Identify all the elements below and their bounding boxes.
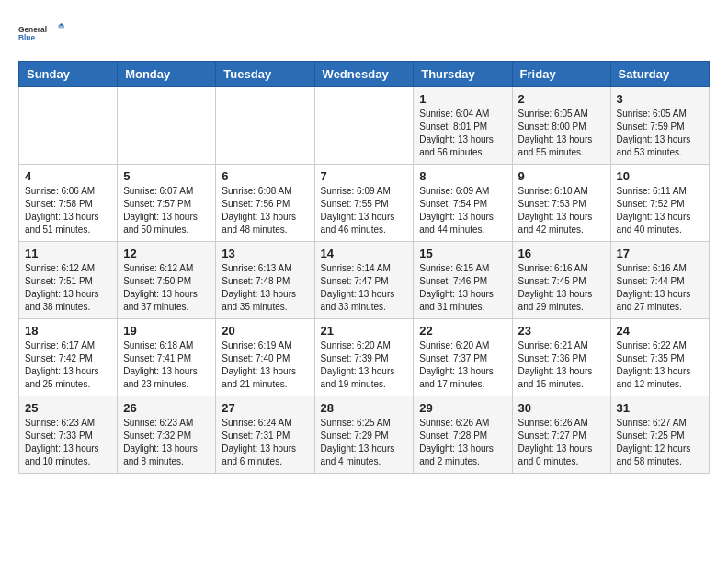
day-number: 9 <box>518 169 605 183</box>
calendar-cell: 28Sunrise: 6:25 AM Sunset: 7:29 PM Dayli… <box>314 396 414 474</box>
calendar-week-row: 25Sunrise: 6:23 AM Sunset: 7:33 PM Dayli… <box>19 396 710 474</box>
day-info: Sunrise: 6:10 AM Sunset: 7:53 PM Dayligh… <box>518 185 605 236</box>
calendar-cell: 27Sunrise: 6:24 AM Sunset: 7:31 PM Dayli… <box>216 396 314 474</box>
col-header-tuesday: Tuesday <box>216 62 314 87</box>
calendar-cell: 6Sunrise: 6:08 AM Sunset: 7:56 PM Daylig… <box>216 165 314 242</box>
day-info: Sunrise: 6:26 AM Sunset: 7:27 PM Dayligh… <box>518 417 605 468</box>
calendar-cell: 14Sunrise: 6:14 AM Sunset: 7:47 PM Dayli… <box>314 242 414 319</box>
col-header-sunday: Sunday <box>19 62 118 87</box>
day-info: Sunrise: 6:09 AM Sunset: 7:55 PM Dayligh… <box>321 185 408 236</box>
day-number: 6 <box>222 169 308 183</box>
calendar-cell: 22Sunrise: 6:20 AM Sunset: 7:37 PM Dayli… <box>414 319 512 396</box>
calendar-cell: 4Sunrise: 6:06 AM Sunset: 7:58 PM Daylig… <box>19 165 118 242</box>
logo-svg: General Blue <box>18 15 64 52</box>
day-number: 16 <box>518 247 605 260</box>
calendar-cell: 13Sunrise: 6:13 AM Sunset: 7:48 PM Dayli… <box>216 242 314 319</box>
col-header-friday: Friday <box>512 62 610 87</box>
calendar-cell <box>314 87 414 165</box>
day-number: 1 <box>419 92 506 106</box>
calendar-cell: 11Sunrise: 6:12 AM Sunset: 7:51 PM Dayli… <box>19 242 118 319</box>
day-info: Sunrise: 6:11 AM Sunset: 7:52 PM Dayligh… <box>617 185 703 236</box>
calendar-cell: 2Sunrise: 6:05 AM Sunset: 8:00 PM Daylig… <box>512 87 610 165</box>
svg-text:General: General <box>18 25 47 34</box>
calendar-cell: 7Sunrise: 6:09 AM Sunset: 7:55 PM Daylig… <box>314 165 414 242</box>
calendar-cell: 26Sunrise: 6:23 AM Sunset: 7:32 PM Dayli… <box>118 396 216 474</box>
svg-text:Blue: Blue <box>18 33 35 42</box>
day-number: 31 <box>617 401 703 415</box>
day-number: 8 <box>419 169 506 183</box>
calendar-cell: 15Sunrise: 6:15 AM Sunset: 7:46 PM Dayli… <box>414 242 512 319</box>
day-number: 22 <box>419 324 506 338</box>
day-number: 5 <box>123 169 210 183</box>
calendar-cell: 19Sunrise: 6:18 AM Sunset: 7:41 PM Dayli… <box>118 319 216 396</box>
calendar-header-row: SundayMondayTuesdayWednesdayThursdayFrid… <box>19 62 710 87</box>
calendar-cell: 12Sunrise: 6:12 AM Sunset: 7:50 PM Dayli… <box>118 242 216 319</box>
day-info: Sunrise: 6:06 AM Sunset: 7:58 PM Dayligh… <box>25 185 111 236</box>
day-number: 20 <box>222 324 308 338</box>
day-number: 18 <box>25 324 111 338</box>
calendar-week-row: 11Sunrise: 6:12 AM Sunset: 7:51 PM Dayli… <box>19 242 710 319</box>
calendar-cell: 16Sunrise: 6:16 AM Sunset: 7:45 PM Dayli… <box>512 242 610 319</box>
day-info: Sunrise: 6:08 AM Sunset: 7:56 PM Dayligh… <box>222 185 308 236</box>
svg-marker-3 <box>58 26 64 29</box>
day-info: Sunrise: 6:25 AM Sunset: 7:29 PM Dayligh… <box>321 417 408 468</box>
day-info: Sunrise: 6:12 AM Sunset: 7:50 PM Dayligh… <box>123 262 210 314</box>
calendar-cell <box>216 87 314 165</box>
day-info: Sunrise: 6:22 AM Sunset: 7:35 PM Dayligh… <box>617 339 703 391</box>
day-number: 26 <box>123 401 210 415</box>
day-number: 17 <box>617 247 703 260</box>
day-info: Sunrise: 6:23 AM Sunset: 7:33 PM Dayligh… <box>25 417 111 468</box>
calendar-cell: 18Sunrise: 6:17 AM Sunset: 7:42 PM Dayli… <box>19 319 118 396</box>
calendar-cell <box>19 87 118 165</box>
day-number: 13 <box>222 247 308 260</box>
calendar-cell: 9Sunrise: 6:10 AM Sunset: 7:53 PM Daylig… <box>512 165 610 242</box>
day-number: 2 <box>518 92 605 106</box>
day-number: 12 <box>123 247 210 260</box>
day-info: Sunrise: 6:21 AM Sunset: 7:36 PM Dayligh… <box>518 339 605 391</box>
day-number: 25 <box>25 401 111 415</box>
day-info: Sunrise: 6:23 AM Sunset: 7:32 PM Dayligh… <box>123 417 210 468</box>
calendar-cell: 23Sunrise: 6:21 AM Sunset: 7:36 PM Dayli… <box>512 319 610 396</box>
day-number: 11 <box>25 247 111 260</box>
day-info: Sunrise: 6:20 AM Sunset: 7:37 PM Dayligh… <box>419 339 506 391</box>
calendar: SundayMondayTuesdayWednesdayThursdayFrid… <box>18 61 710 474</box>
day-info: Sunrise: 6:16 AM Sunset: 7:45 PM Dayligh… <box>518 262 605 314</box>
calendar-cell: 1Sunrise: 6:04 AM Sunset: 8:01 PM Daylig… <box>414 87 512 165</box>
col-header-wednesday: Wednesday <box>314 62 414 87</box>
header: General Blue <box>18 15 710 52</box>
calendar-week-row: 1Sunrise: 6:04 AM Sunset: 8:01 PM Daylig… <box>19 87 710 165</box>
day-info: Sunrise: 6:17 AM Sunset: 7:42 PM Dayligh… <box>25 339 111 391</box>
day-info: Sunrise: 6:24 AM Sunset: 7:31 PM Dayligh… <box>222 417 308 468</box>
logo: General Blue <box>18 15 64 52</box>
col-header-monday: Monday <box>118 62 216 87</box>
day-number: 10 <box>617 169 703 183</box>
day-info: Sunrise: 6:27 AM Sunset: 7:25 PM Dayligh… <box>617 417 703 468</box>
day-info: Sunrise: 6:18 AM Sunset: 7:41 PM Dayligh… <box>123 339 210 391</box>
day-info: Sunrise: 6:04 AM Sunset: 8:01 PM Dayligh… <box>419 108 506 159</box>
calendar-cell: 25Sunrise: 6:23 AM Sunset: 7:33 PM Dayli… <box>19 396 118 474</box>
day-number: 23 <box>518 324 605 338</box>
day-info: Sunrise: 6:19 AM Sunset: 7:40 PM Dayligh… <box>222 339 308 391</box>
day-number: 27 <box>222 401 308 415</box>
day-info: Sunrise: 6:05 AM Sunset: 8:00 PM Dayligh… <box>518 108 605 159</box>
calendar-cell <box>118 87 216 165</box>
day-number: 19 <box>123 324 210 338</box>
calendar-cell: 3Sunrise: 6:05 AM Sunset: 7:59 PM Daylig… <box>610 87 709 165</box>
calendar-cell: 21Sunrise: 6:20 AM Sunset: 7:39 PM Dayli… <box>314 319 414 396</box>
calendar-cell: 17Sunrise: 6:16 AM Sunset: 7:44 PM Dayli… <box>610 242 709 319</box>
calendar-cell: 24Sunrise: 6:22 AM Sunset: 7:35 PM Dayli… <box>610 319 709 396</box>
day-info: Sunrise: 6:07 AM Sunset: 7:57 PM Dayligh… <box>123 185 210 236</box>
day-number: 3 <box>617 92 703 106</box>
calendar-cell: 5Sunrise: 6:07 AM Sunset: 7:57 PM Daylig… <box>118 165 216 242</box>
calendar-cell: 31Sunrise: 6:27 AM Sunset: 7:25 PM Dayli… <box>610 396 709 474</box>
calendar-week-row: 4Sunrise: 6:06 AM Sunset: 7:58 PM Daylig… <box>19 165 710 242</box>
day-info: Sunrise: 6:13 AM Sunset: 7:48 PM Dayligh… <box>222 262 308 314</box>
calendar-cell: 29Sunrise: 6:26 AM Sunset: 7:28 PM Dayli… <box>414 396 512 474</box>
day-info: Sunrise: 6:05 AM Sunset: 7:59 PM Dayligh… <box>617 108 703 159</box>
day-number: 4 <box>25 169 111 183</box>
day-number: 21 <box>321 324 408 338</box>
day-info: Sunrise: 6:26 AM Sunset: 7:28 PM Dayligh… <box>419 417 506 468</box>
calendar-week-row: 18Sunrise: 6:17 AM Sunset: 7:42 PM Dayli… <box>19 319 710 396</box>
day-info: Sunrise: 6:15 AM Sunset: 7:46 PM Dayligh… <box>419 262 506 314</box>
day-info: Sunrise: 6:14 AM Sunset: 7:47 PM Dayligh… <box>321 262 408 314</box>
